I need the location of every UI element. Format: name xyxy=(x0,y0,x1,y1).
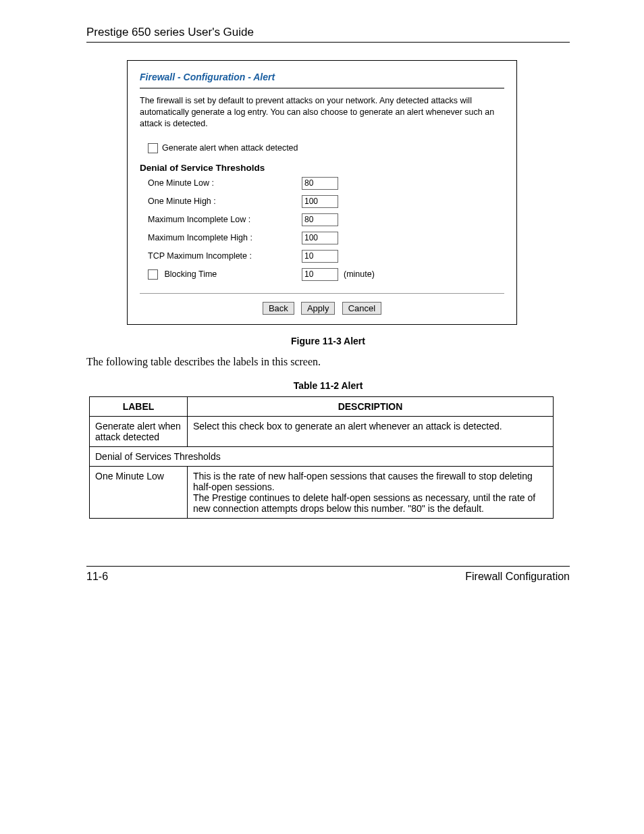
blocking-time-input[interactable] xyxy=(302,268,338,281)
max-incomplete-high-label: Maximum Incomplete High : xyxy=(148,233,302,242)
dos-thresholds-header: Denial of Service Thresholds xyxy=(140,163,504,173)
page: Prestige 650 series User's Guide Firewal… xyxy=(0,0,644,834)
blocking-time-checkbox[interactable] xyxy=(148,269,158,280)
blocking-time-row: Blocking Time (minute) xyxy=(140,268,504,281)
one-minute-low-input[interactable] xyxy=(302,177,338,190)
max-incomplete-low-row: Maximum Incomplete Low : xyxy=(140,213,504,226)
max-incomplete-low-label: Maximum Incomplete Low : xyxy=(148,215,302,224)
table-row: One Minute Low This is the rate of new h… xyxy=(90,466,554,518)
one-minute-high-row: One Minute High : xyxy=(140,195,504,208)
figure-caption: Figure 11-3 Alert xyxy=(86,336,570,346)
cell-label: One Minute Low xyxy=(90,466,188,518)
max-incomplete-high-input[interactable] xyxy=(302,232,338,244)
cancel-button[interactable]: Cancel xyxy=(342,302,381,315)
cell-span-label: Denial of Services Thresholds xyxy=(90,446,554,466)
table-row: Denial of Services Thresholds xyxy=(90,446,554,466)
panel-divider xyxy=(140,88,504,88)
page-footer: 11-6 Firewall Configuration xyxy=(86,566,570,583)
generate-alert-label: Generate alert when attack detected xyxy=(162,143,298,153)
th-label: LABEL xyxy=(90,396,188,416)
apply-button[interactable]: Apply xyxy=(301,302,336,315)
one-minute-low-label: One Minute Low : xyxy=(148,178,302,188)
one-minute-low-row: One Minute Low : xyxy=(140,177,504,190)
back-button[interactable]: Back xyxy=(263,302,294,315)
generate-alert-checkbox[interactable] xyxy=(148,143,158,153)
th-description: DESCRIPTION xyxy=(188,396,554,416)
panel-title: Firewall - Configuration - Alert xyxy=(140,72,504,82)
panel-inner: Firewall - Configuration - Alert The fir… xyxy=(128,61,516,324)
cell-label: Generate alert when attack detected xyxy=(90,416,188,446)
firewall-alert-panel: Firewall - Configuration - Alert The fir… xyxy=(127,60,517,325)
cell-description: Select this check box to generate an ale… xyxy=(188,416,554,446)
tcp-max-incomplete-row: TCP Maximum Incomplete : xyxy=(140,250,504,263)
one-minute-high-input[interactable] xyxy=(302,195,338,208)
panel-description: The firewall is set by default to preven… xyxy=(140,95,504,130)
max-incomplete-low-input[interactable] xyxy=(302,213,338,226)
max-incomplete-high-row: Maximum Incomplete High : xyxy=(140,232,504,244)
footer-page-number: 11-6 xyxy=(86,571,108,583)
alert-table: LABEL DESCRIPTION Generate alert when at… xyxy=(89,396,554,519)
blocking-time-label-wrap: Blocking Time xyxy=(148,269,302,280)
table-row: Generate alert when attack detected Sele… xyxy=(90,416,554,446)
cell-description: This is the rate of new half-open sessio… xyxy=(188,466,554,518)
page-header: Prestige 650 series User's Guide xyxy=(86,26,570,43)
blocking-time-label: Blocking Time xyxy=(164,269,217,279)
panel-divider-bottom xyxy=(140,293,504,294)
footer-section: Firewall Configuration xyxy=(465,571,570,583)
button-row: Back Apply Cancel xyxy=(140,302,504,315)
body-text: The following table describes the labels… xyxy=(86,356,570,368)
blocking-time-unit: (minute) xyxy=(344,269,375,279)
one-minute-high-label: One Minute High : xyxy=(148,197,302,206)
header-title: Prestige 650 series User's Guide xyxy=(86,26,254,38)
table-header-row: LABEL DESCRIPTION xyxy=(90,396,554,416)
tcp-max-incomplete-input[interactable] xyxy=(302,250,338,263)
tcp-max-incomplete-label: TCP Maximum Incomplete : xyxy=(148,251,302,261)
generate-alert-row: Generate alert when attack detected xyxy=(140,143,504,153)
table-caption: Table 11-2 Alert xyxy=(86,380,570,391)
